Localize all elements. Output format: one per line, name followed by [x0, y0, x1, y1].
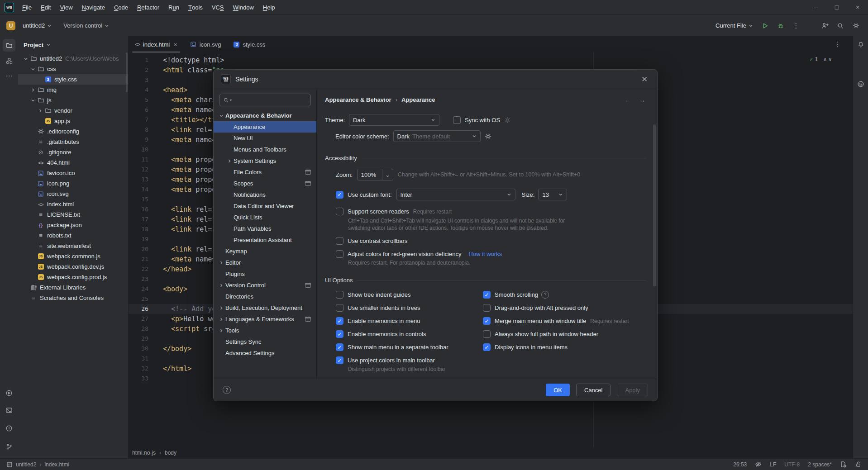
project-tree-item[interactable]: JSwebpack.config.dev.js [18, 261, 128, 272]
checkbox[interactable] [336, 291, 343, 299]
option-use-project-colors-in-main-toolbar[interactable]: ✓Use project colors in main toolbar [336, 354, 483, 367]
settings-tree-item-menus-and-toolbars[interactable]: Menus and Toolbars [214, 144, 316, 155]
settings-tree-item-new-ui[interactable]: New UI [214, 133, 316, 144]
project-tree-item[interactable]: img [18, 85, 128, 95]
project-tree-item[interactable]: JSwebpack.config.prod.js [18, 272, 128, 282]
prev-problem-icon[interactable]: ∧ [824, 56, 827, 62]
help-icon[interactable]: ? [541, 291, 549, 299]
chevron-right-icon[interactable] [29, 88, 37, 92]
option-merge-main-menu-with-window-title[interactable]: ✓Merge main menu with window titleRequir… [483, 314, 629, 328]
editor-tab-style.css[interactable]: 3style.css [227, 36, 272, 52]
settings-tree-item-directories[interactable]: Directories [214, 291, 316, 302]
menu-view[interactable]: View [55, 0, 77, 14]
menu-refactor[interactable]: Refactor [133, 0, 164, 14]
maximize-button[interactable]: □ [826, 0, 847, 14]
use-custom-font-checkbox[interactable]: ✓ [336, 191, 343, 199]
option-smooth-scrolling[interactable]: ✓Smooth scrolling? [483, 288, 629, 301]
settings-tree-item-path-variables[interactable]: Path Variables [214, 223, 316, 234]
notifications-button[interactable] [854, 38, 867, 51]
problems-tool-button[interactable] [3, 422, 15, 435]
project-tree-item[interactable]: <>index.html [18, 199, 128, 209]
menu-help[interactable]: Help [258, 0, 280, 14]
settings-button[interactable] [849, 19, 863, 33]
run-button[interactable] [758, 19, 772, 33]
checkbox[interactable]: ✓ [336, 356, 343, 364]
settings-tree-item-notifications[interactable]: Notifications [214, 189, 316, 200]
option-display-icons-in-menu-items[interactable]: ✓Display icons in menu items [483, 341, 629, 354]
editor-color-scheme-select[interactable]: Dark Theme default [393, 130, 481, 142]
dialog-close-icon[interactable]: ✕ [639, 75, 650, 84]
cancel-button[interactable]: Cancel [576, 384, 610, 396]
project-tree-item[interactable]: ≡.gitattributes [18, 137, 128, 147]
chevron-right-icon[interactable] [225, 159, 234, 163]
breadcrumb-item[interactable]: html.no-js [132, 450, 156, 456]
next-problem-icon[interactable]: ∨ [829, 56, 832, 62]
menu-vcs[interactable]: VCS [207, 0, 229, 14]
minimize-button[interactable]: – [806, 0, 826, 14]
zoom-select[interactable]: 100% ⌄ [357, 169, 393, 180]
run-configuration-widget[interactable]: Current File [712, 19, 757, 33]
chevron-down-icon[interactable] [29, 98, 37, 103]
chevron-down-icon[interactable] [22, 57, 29, 61]
checkbox[interactable] [483, 330, 491, 338]
status-project[interactable]: untitled2 [16, 461, 36, 468]
indent-style[interactable]: 2 spaces* [808, 461, 832, 468]
menu-run[interactable]: Run [164, 0, 184, 14]
project-tree-item[interactable]: css [18, 64, 128, 74]
settings-tree-item-quick-lists[interactable]: Quick Lists [214, 212, 316, 223]
version-control-tool-button[interactable] [3, 440, 15, 453]
settings-tree-item-settings-sync[interactable]: Settings Sync [214, 336, 316, 347]
checkbox[interactable]: ✓ [336, 317, 343, 325]
menu-tools[interactable]: Tools [184, 0, 207, 14]
caret-position[interactable]: 26:53 [733, 461, 747, 468]
editor-tab-index.html[interactable]: <>index.html× [129, 36, 184, 52]
highlighting-off-icon[interactable] [755, 461, 762, 468]
search-everywhere-button[interactable] [834, 19, 847, 33]
settings-tree-item-appearance[interactable]: Appearance [214, 121, 316, 133]
project-tree-item[interactable]: ≡Scratches and Consoles [18, 293, 128, 303]
theme-select[interactable]: Dark [349, 114, 439, 126]
settings-tree-item-editor[interactable]: Editor [214, 257, 316, 268]
checkbox[interactable]: ✓ [483, 291, 491, 299]
project-tree-item[interactable]: External Libraries [18, 282, 128, 293]
settings-search-input[interactable]: ▾ [219, 94, 311, 106]
more-tool-windows-button[interactable]: ⋯ [3, 70, 15, 82]
settings-tree-item-languages-frameworks[interactable]: Languages & Frameworks [214, 313, 316, 325]
font-size-select[interactable]: 13 [538, 189, 567, 200]
project-tree-item[interactable]: ≡robots.txt [18, 230, 128, 241]
apply-button[interactable]: Apply [617, 384, 648, 396]
menu-code[interactable]: Code [110, 0, 133, 14]
project-tree-item[interactable]: <>404.html [18, 157, 128, 168]
ok-button[interactable]: OK [546, 384, 570, 396]
inspections-widget[interactable]: ✓ 1 ∧ ∨ [810, 56, 832, 62]
line-ending[interactable]: LF [770, 461, 776, 468]
option-show-tree-indent-guides[interactable]: Show tree indent guides [336, 288, 483, 301]
checkbox[interactable]: ✓ [336, 330, 343, 338]
project-tree-item[interactable]: ≡site.webmanifest [18, 241, 128, 251]
option-show-main-menu-in-a-separate-toolbar[interactable]: ✓Show main menu in a separate toolbar [336, 341, 483, 354]
chevron-right-icon[interactable] [36, 109, 44, 113]
checkbox[interactable]: ✓ [483, 317, 491, 325]
project-tree-item[interactable]: js [18, 95, 128, 105]
project-tree-item[interactable]: 3style.css [18, 74, 128, 85]
option-always-show-full-path-in-window-header[interactable]: Always show full path in window header [483, 328, 629, 341]
editor-tab-icon.svg[interactable]: icon.svg [184, 36, 228, 52]
unlock-icon[interactable] [855, 461, 862, 468]
more-actions-button[interactable]: ⋮ [789, 19, 803, 33]
red-green-checkbox[interactable] [336, 250, 343, 258]
checkbox[interactable] [336, 304, 343, 312]
sync-with-os-checkbox[interactable] [453, 116, 461, 124]
project-tool-button[interactable] [3, 39, 15, 52]
chevron-right-icon[interactable] [217, 306, 225, 310]
settings-tree-item-version-control[interactable]: Version Control [214, 280, 316, 291]
screen-readers-checkbox[interactable] [336, 208, 343, 215]
settings-tree-item-appearance-behavior[interactable]: Appearance & Behavior [214, 110, 316, 121]
menu-window[interactable]: Window [229, 0, 258, 14]
project-tree-item[interactable]: favicon.ico [18, 168, 128, 178]
scheme-gear-icon[interactable] [485, 133, 491, 140]
debug-button[interactable] [774, 19, 787, 33]
settings-tree-item-build-execution-deployment[interactable]: Build, Execution, Deployment [214, 302, 316, 313]
project-tree-item[interactable]: .editorconfig [18, 126, 128, 137]
option-use-smaller-indents-in-trees[interactable]: Use smaller indents in trees [336, 301, 483, 314]
menu-file[interactable]: File [18, 0, 36, 14]
